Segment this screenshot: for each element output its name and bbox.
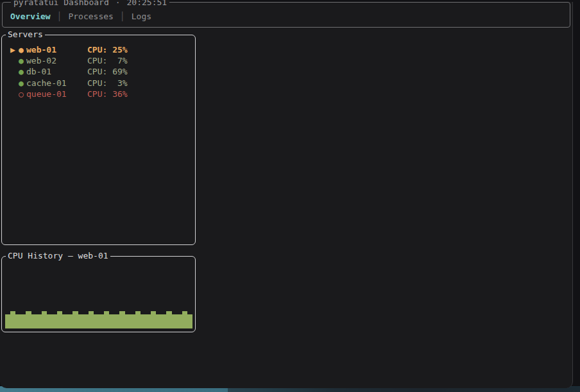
sparkline-bar xyxy=(125,314,130,328)
sparkline-bar xyxy=(47,314,52,328)
sparkline-bar xyxy=(89,311,94,328)
tab-separator: │ xyxy=(120,12,125,22)
sparkline-bar xyxy=(109,314,114,328)
sparkline-bar xyxy=(67,314,72,328)
server-list: ▶ ● web-01 CPU: 25% ● web-02 CPU: 7% ● d… xyxy=(2,35,195,99)
server-cpu-value: CPU: 25% xyxy=(87,45,128,55)
server-name: web-02 xyxy=(26,56,87,65)
sparkline-bar xyxy=(182,311,187,328)
selection-cursor-slot xyxy=(10,78,19,88)
selection-cursor-slot xyxy=(10,67,19,76)
sparkline-bar xyxy=(21,314,26,328)
sparkline-bar xyxy=(141,314,146,328)
server-row-queue-01[interactable]: ○ queue-01 CPU: 36% xyxy=(10,89,195,99)
sparkline-bar xyxy=(104,311,109,328)
servers-panel: Servers ▶ ● web-01 CPU: 25% ● web-02 CPU… xyxy=(1,35,196,245)
tab-logs[interactable]: Logs xyxy=(132,12,151,22)
cpu-sparkline-chart xyxy=(5,268,192,328)
sparkline-bar xyxy=(130,314,135,328)
server-cpu-value: CPU: 36% xyxy=(87,89,128,99)
sparkline-bar xyxy=(135,311,141,328)
status-dot-icon: ● xyxy=(19,56,26,65)
status-dot-offline-icon: ○ xyxy=(19,89,26,99)
sparkline-bar xyxy=(146,314,151,328)
app-title: pyratatui Dashboard xyxy=(13,0,109,7)
server-name: cache-01 xyxy=(26,78,87,88)
sparkline-bar xyxy=(114,314,119,328)
sparkline-bar xyxy=(166,311,171,328)
servers-panel-title: Servers xyxy=(6,30,45,40)
tab-bar: Overview │ Processes │ Logs xyxy=(10,12,151,22)
tab-processes[interactable]: Processes xyxy=(68,12,113,22)
sparkline-bar xyxy=(177,314,182,328)
server-row-web-02[interactable]: ● web-02 CPU: 7% xyxy=(10,55,195,66)
sparkline-bar xyxy=(78,314,83,328)
sparkline-bar xyxy=(42,311,47,328)
server-row-web-01[interactable]: ▶ ● web-01 CPU: 25% xyxy=(10,44,195,55)
tab-overview[interactable]: Overview xyxy=(10,12,51,22)
desktop-screen: pyratatui Dashboard·20:25:51 Overview │ … xyxy=(0,0,580,392)
sparkline-bar xyxy=(26,311,31,328)
server-name: db-01 xyxy=(26,67,87,76)
selection-cursor-icon: ▶ xyxy=(10,45,19,55)
sparkline-bar xyxy=(37,314,42,328)
selection-cursor-slot xyxy=(10,56,19,65)
sparkline-bar xyxy=(83,314,89,328)
sparkline-bar xyxy=(99,314,104,328)
sparkline-bar xyxy=(72,311,78,328)
cpu-history-panel-title: CPU History — web-01 xyxy=(6,251,110,261)
sparkline-bar xyxy=(94,314,99,328)
header-bar: pyratatui Dashboard·20:25:51 Overview │ … xyxy=(2,2,570,28)
sparkline-bar xyxy=(119,311,124,328)
sparkline-bar xyxy=(161,314,166,328)
cpu-history-panel: CPU History — web-01 xyxy=(1,256,196,332)
sparkline-bar xyxy=(15,314,21,328)
server-cpu-value: CPU: 7% xyxy=(87,56,128,65)
status-dot-icon: ● xyxy=(19,78,26,88)
status-dot-icon: ● xyxy=(19,67,26,76)
sparkline-bar xyxy=(10,311,15,328)
window-title: pyratatui Dashboard·20:25:51 xyxy=(11,0,169,8)
sparkline-bar xyxy=(52,314,57,328)
terminal-window: pyratatui Dashboard·20:25:51 Overview │ … xyxy=(0,2,573,388)
sparkline-bar xyxy=(151,311,156,328)
sparkline-bar xyxy=(57,311,62,328)
sparkline-bar xyxy=(31,314,37,328)
sparkline-bar xyxy=(156,314,161,328)
clock: 20:25:51 xyxy=(127,0,167,7)
server-name: queue-01 xyxy=(26,89,87,99)
sparkline-bar xyxy=(5,314,10,328)
sparkline-bar xyxy=(187,314,192,328)
server-cpu-value: CPU: 69% xyxy=(87,67,128,76)
tab-separator: │ xyxy=(57,12,62,22)
server-name: web-01 xyxy=(26,45,87,55)
server-cpu-value: CPU: 3% xyxy=(87,78,128,88)
sparkline-bar xyxy=(172,314,177,328)
sparkline-bar xyxy=(62,314,67,328)
status-dot-icon: ● xyxy=(19,45,26,55)
selection-cursor-slot xyxy=(10,89,19,99)
title-separator-icon: · xyxy=(115,0,121,7)
server-row-db-01[interactable]: ● db-01 CPU: 69% xyxy=(10,66,195,77)
server-row-cache-01[interactable]: ● cache-01 CPU: 3% xyxy=(10,78,195,89)
